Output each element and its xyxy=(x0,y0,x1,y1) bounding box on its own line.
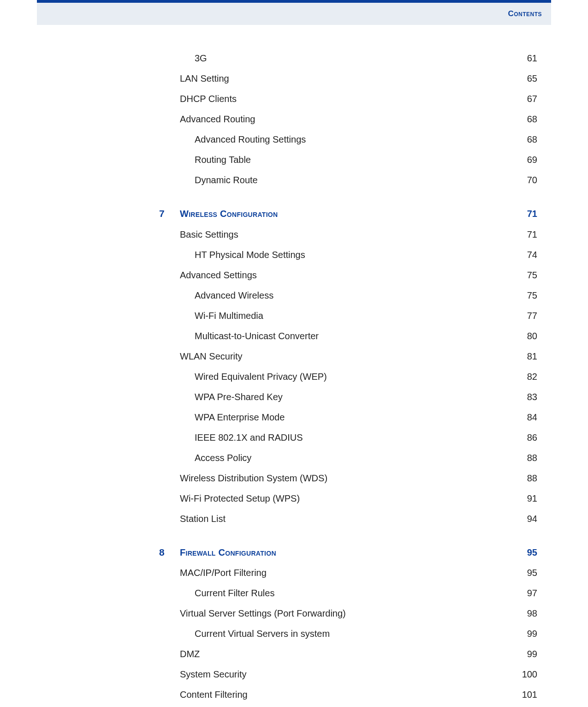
toc-entry-label: Access Policy xyxy=(180,450,510,465)
toc-entry-label: DMZ xyxy=(180,647,510,661)
toc-entry-row[interactable]: WPA Enterprise Mode84 xyxy=(159,407,537,427)
toc-entry-page: 98 xyxy=(510,606,537,621)
toc-entry-label: LAN Setting xyxy=(180,71,510,86)
toc-entry-page: 88 xyxy=(510,450,537,465)
toc-entry-label: Station List xyxy=(180,511,510,526)
toc-chapter-number: 7 xyxy=(159,206,180,222)
toc-chapter-row[interactable]: 8Firewall Configuration95 xyxy=(159,542,537,563)
toc-entry-row[interactable]: Virtual Server Settings (Port Forwarding… xyxy=(159,603,537,623)
toc-entry-label: Firewall Configuration xyxy=(180,545,510,560)
toc-entry-page: 81 xyxy=(510,349,537,364)
toc-entry-label: HT Physical Mode Settings xyxy=(180,247,510,262)
toc-entry-label: Advanced Routing xyxy=(180,112,510,126)
toc-entry-label: Virtual Server Settings (Port Forwarding… xyxy=(180,606,510,621)
toc-entry-page: 84 xyxy=(510,410,537,425)
toc-entry-row[interactable]: Current Filter Rules97 xyxy=(159,583,537,603)
toc-entry-label: Wireless Configuration xyxy=(180,206,510,221)
toc-entry-page: 95 xyxy=(510,545,537,560)
toc-entry-label: Wireless Distribution System (WDS) xyxy=(180,471,510,485)
toc-entry-page: 99 xyxy=(510,626,537,641)
toc-entry-label: Wi-Fi Multimedia xyxy=(180,308,510,323)
toc-entry-row[interactable]: DHCP Clients67 xyxy=(159,89,537,109)
toc-entry-page: 69 xyxy=(510,152,537,167)
toc-entry-row[interactable]: Wireless Distribution System (WDS)88 xyxy=(159,468,537,488)
toc-entry-page: 86 xyxy=(510,430,537,445)
toc-entry-label: IEEE 802.1X and RADIUS xyxy=(180,430,510,445)
toc-entry-row[interactable]: Wired Equivalent Privacy (WEP)82 xyxy=(159,366,537,387)
header-label: Contents xyxy=(508,9,542,18)
toc-entry-label: Advanced Routing Settings xyxy=(180,132,510,147)
toc-entry-page: 101 xyxy=(510,687,537,702)
toc-entry-label: Routing Table xyxy=(180,152,510,167)
toc-entry-page: 99 xyxy=(510,647,537,661)
toc-entry-row[interactable]: Advanced Routing68 xyxy=(159,109,537,129)
toc-entry-page: 67 xyxy=(510,91,537,106)
toc-entry-page: 100 xyxy=(510,667,537,682)
toc-entry-page: 68 xyxy=(510,112,537,126)
toc-entry-label: Basic Settings xyxy=(180,227,510,242)
page-root: Contents 3G61LAN Setting65DHCP Clients67… xyxy=(0,0,588,707)
toc-entry-page: 80 xyxy=(510,329,537,343)
toc-entry-label: Advanced Wireless xyxy=(180,288,510,303)
toc-entry-row[interactable]: IEEE 802.1X and RADIUS86 xyxy=(159,427,537,448)
toc-entry-row[interactable]: Advanced Settings75 xyxy=(159,265,537,285)
toc-entry-label: Dynamic Route xyxy=(180,173,510,187)
header-band: Contents xyxy=(37,3,551,25)
toc-entry-row[interactable]: Advanced Wireless75 xyxy=(159,285,537,306)
toc-entry-page: 74 xyxy=(510,247,537,262)
toc-entry-page: 68 xyxy=(510,132,537,147)
toc-entry-row[interactable]: System Security100 xyxy=(159,664,537,684)
toc-entry-label: System Security xyxy=(180,667,510,682)
toc-entry-label: Wi-Fi Protected Setup (WPS) xyxy=(180,491,510,506)
toc-entry-row[interactable]: Content Filtering101 xyxy=(159,684,537,705)
toc-entry-label: 3G xyxy=(180,51,510,66)
toc-entry-page: 75 xyxy=(510,268,537,282)
toc-entry-row[interactable]: Access Policy88 xyxy=(159,448,537,468)
toc-entry-label: WPA Pre-Shared Key xyxy=(180,389,510,404)
toc-entry-page: 61 xyxy=(510,51,537,66)
toc-entry-page: 95 xyxy=(510,565,537,580)
toc-entry-page: 71 xyxy=(510,227,537,242)
toc-entry-label: Multicast-to-Unicast Converter xyxy=(180,329,510,343)
toc-entry-label: WPA Enterprise Mode xyxy=(180,410,510,425)
toc-entry-row[interactable]: Advanced Routing Settings68 xyxy=(159,129,537,150)
toc-entry-label: Content Filtering xyxy=(180,687,510,702)
toc-entry-label: Current Virtual Servers in system xyxy=(180,626,510,641)
toc-entry-page: 65 xyxy=(510,71,537,86)
toc-entry-page: 97 xyxy=(510,586,537,600)
toc-entry-row[interactable]: Basic Settings71 xyxy=(159,224,537,245)
toc-entry-label: MAC/IP/Port Filtering xyxy=(180,565,510,580)
toc-entry-row[interactable]: DMZ99 xyxy=(159,644,537,664)
toc-entry-row[interactable]: Wi-Fi Multimedia77 xyxy=(159,306,537,326)
toc-entry-page: 71 xyxy=(510,206,537,221)
toc-entry-row[interactable]: Multicast-to-Unicast Converter80 xyxy=(159,326,537,346)
toc-entry-row[interactable]: WLAN Security81 xyxy=(159,346,537,366)
toc-entry-page: 77 xyxy=(510,308,537,323)
toc-entry-page: 82 xyxy=(510,369,537,384)
toc-entry-page: 75 xyxy=(510,288,537,303)
toc-entry-page: 94 xyxy=(510,511,537,526)
toc-entry-page: 91 xyxy=(510,491,537,506)
toc-chapter-number: 8 xyxy=(159,545,180,560)
toc-entry-row[interactable]: Dynamic Route70 xyxy=(159,170,537,190)
toc-entry-page: 83 xyxy=(510,389,537,404)
toc-entry-label: Wired Equivalent Privacy (WEP) xyxy=(180,369,510,384)
toc-entry-row[interactable]: Wi-Fi Protected Setup (WPS)91 xyxy=(159,488,537,509)
toc-entry-row[interactable]: Routing Table69 xyxy=(159,150,537,170)
toc-entry-row[interactable]: 3G61 xyxy=(159,48,537,68)
toc-entry-page: 88 xyxy=(510,471,537,485)
toc-entry-page: 70 xyxy=(510,173,537,187)
toc-entry-row[interactable]: Current Virtual Servers in system99 xyxy=(159,623,537,644)
toc-entry-row[interactable]: WPA Pre-Shared Key83 xyxy=(159,387,537,407)
toc-chapter-row[interactable]: 7Wireless Configuration71 xyxy=(159,203,537,224)
toc-entry-row[interactable]: HT Physical Mode Settings74 xyxy=(159,245,537,265)
toc-entry-row[interactable]: MAC/IP/Port Filtering95 xyxy=(159,563,537,583)
toc-entry-label: WLAN Security xyxy=(180,349,510,364)
toc-entry-label: Advanced Settings xyxy=(180,268,510,282)
toc-entry-row[interactable]: LAN Setting65 xyxy=(159,68,537,89)
toc-entry-label: DHCP Clients xyxy=(180,91,510,106)
toc-entry-row[interactable]: Station List94 xyxy=(159,509,537,529)
toc-entry-label: Current Filter Rules xyxy=(180,586,510,600)
toc-container: 3G61LAN Setting65DHCP Clients67Advanced … xyxy=(159,48,537,707)
